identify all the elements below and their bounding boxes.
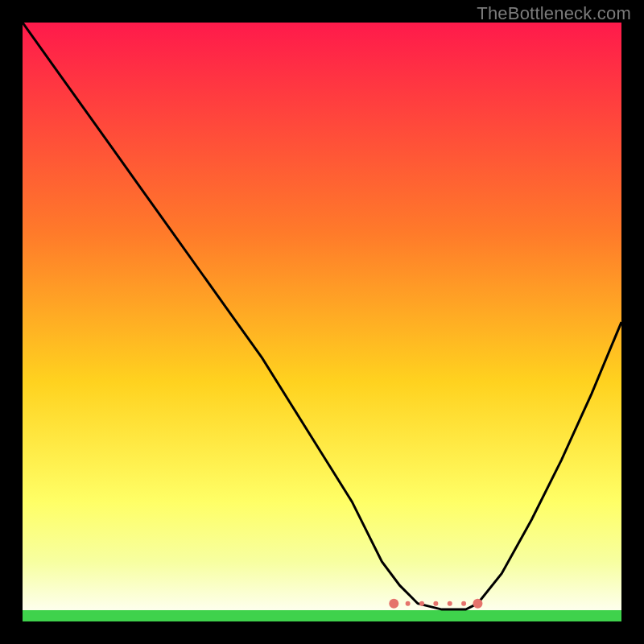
optimal-marker-dot [406, 601, 411, 606]
gradient-background [23, 23, 621, 621]
watermark-text: TheBottleneck.com [477, 3, 631, 24]
optimal-marker-dot [448, 601, 452, 606]
optimal-marker-dot [389, 599, 398, 609]
optimal-band [23, 610, 621, 621]
optimal-marker-dot [461, 601, 466, 606]
plot-svg [23, 23, 621, 621]
plot-area [23, 23, 621, 621]
chart-container: TheBottleneck.com [0, 0, 644, 644]
optimal-marker-dot [433, 601, 438, 606]
optimal-marker-dot [419, 601, 424, 606]
optimal-marker-dot [473, 599, 482, 609]
